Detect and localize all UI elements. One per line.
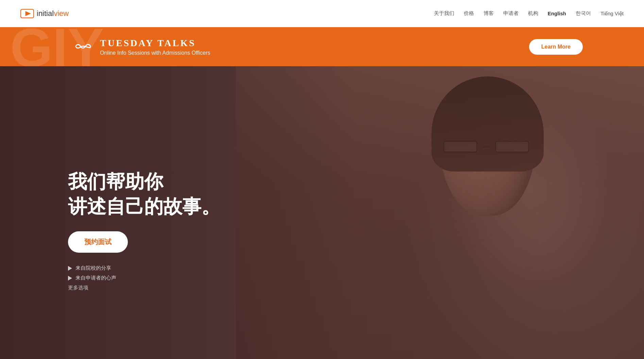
hero-video-links: 来自院校的分享 来自申请者的心声 xyxy=(68,265,220,281)
logo-icon xyxy=(20,9,34,18)
nav-pricing[interactable]: 价格 xyxy=(464,10,474,17)
hero-link-institutions[interactable]: 来自院校的分享 xyxy=(68,265,220,271)
schedule-interview-button[interactable]: 预约面试 xyxy=(68,231,128,253)
svg-marker-1 xyxy=(26,11,31,16)
banner-content: TUESDAY TALKS Online Info Sessions with … xyxy=(75,38,210,56)
nav-about[interactable]: 关于我们 xyxy=(434,10,454,17)
hero-more-options[interactable]: 更多选项 xyxy=(68,285,220,291)
nav-korean[interactable]: 한국어 xyxy=(576,10,591,17)
banner-subtitle: Online Info Sessions with Admissions Off… xyxy=(100,50,210,56)
play-icon-1 xyxy=(68,266,72,271)
hero-headline: 我们帮助你 讲述自己的故事。 xyxy=(68,169,220,219)
banner-text: TUESDAY TALKS Online Info Sessions with … xyxy=(100,38,210,56)
nav-blog[interactable]: 博客 xyxy=(484,10,494,17)
hero-section: 我们帮助你 讲述自己的故事。 预约面试 来自院校的分享 来自申请者的心声 更多选… xyxy=(0,66,644,359)
hero-link-institutions-label: 来自院校的分享 xyxy=(75,265,111,271)
learn-more-button[interactable]: Learn More xyxy=(529,39,583,55)
header: initialview 关于我们 价格 博客 申请者 机构 English 한국… xyxy=(0,0,644,27)
main-nav: 关于我们 价格 博客 申请者 机构 English 한국어 Tiếng Việt xyxy=(434,10,624,17)
nav-institutions[interactable]: 机构 xyxy=(528,10,538,17)
banner-infinity-icon xyxy=(75,42,92,52)
hero-content: 我们帮助你 讲述自己的故事。 预约面试 来自院校的分享 来自申请者的心声 更多选… xyxy=(68,169,220,291)
play-icon-2 xyxy=(68,276,72,281)
nav-applicants[interactable]: 申请者 xyxy=(503,10,519,17)
hero-link-applicants[interactable]: 来自申请者的心声 xyxy=(68,275,220,281)
nav-vietnamese[interactable]: Tiếng Việt xyxy=(600,11,624,17)
logo[interactable]: initialview xyxy=(20,9,69,18)
hero-link-applicants-label: 来自申请者的心声 xyxy=(75,275,116,281)
banner-title: TUESDAY TALKS xyxy=(100,38,210,49)
logo-text: initialview xyxy=(37,9,69,18)
nav-english[interactable]: English xyxy=(548,11,566,16)
tuesday-talks-banner: GIY TUESDAY TALKS Online Info Sessions w… xyxy=(0,27,644,66)
